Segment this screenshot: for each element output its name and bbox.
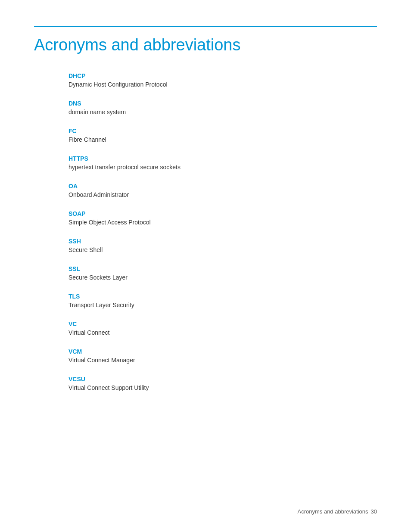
acronym-definition: Dynamic Host Configuration Protocol [68, 81, 377, 88]
acronym-term: FC [68, 128, 377, 134]
acronym-entry: HTTPShypertext transfer protocol secure … [68, 155, 377, 171]
acronym-term: VCM [68, 348, 377, 355]
acronym-entry: VCMVirtual Connect Manager [68, 348, 377, 364]
acronym-entry: SSLSecure Sockets Layer [68, 265, 377, 281]
acronym-term: DHCP [68, 72, 377, 79]
acronym-term: VC [68, 320, 377, 327]
acronym-term: SOAP [68, 210, 377, 217]
acronym-definition: Fibre Channel [68, 136, 377, 143]
acronym-entry: SSHSecure Shell [68, 238, 377, 253]
acronym-definition: Virtual Connect [68, 329, 377, 336]
acronym-entry: SOAPSimple Object Access Protocol [68, 210, 377, 226]
acronym-definition: Transport Layer Security [68, 302, 377, 308]
acronym-term: SSH [68, 238, 377, 245]
page-title: Acronyms and abbreviations [34, 35, 377, 55]
acronym-entry: DNSdomain name system [68, 100, 377, 115]
acronym-definition: Secure Shell [68, 246, 377, 253]
acronym-entry: VCSUVirtual Connect Support Utility [68, 376, 377, 391]
acronym-term: VCSU [68, 376, 377, 383]
acronym-term: SSL [68, 265, 377, 272]
acronym-entry: FCFibre Channel [68, 128, 377, 143]
acronym-entry: TLSTransport Layer Security [68, 293, 377, 308]
acronym-definition: domain name system [68, 109, 377, 115]
acronym-list: DHCPDynamic Host Configuration ProtocolD… [68, 72, 377, 391]
acronym-term: OA [68, 183, 377, 190]
acronym-term: DNS [68, 100, 377, 107]
footer-page-number: 30 [371, 508, 377, 515]
page-container: Acronyms and abbreviations DHCPDynamic H… [0, 0, 411, 438]
acronym-entry: OAOnboard Administrator [68, 183, 377, 198]
acronym-term: TLS [68, 293, 377, 300]
acronym-definition: hypertext transfer protocol secure socke… [68, 164, 377, 171]
footer-label: Acronyms and abbreviations [298, 508, 368, 515]
acronym-definition: Virtual Connect Support Utility [68, 384, 377, 391]
page-footer: Acronyms and abbreviations 30 [298, 508, 377, 515]
acronym-definition: Secure Sockets Layer [68, 274, 377, 281]
acronym-definition: Simple Object Access Protocol [68, 219, 377, 226]
top-border [34, 26, 377, 27]
acronym-entry: VCVirtual Connect [68, 320, 377, 336]
acronym-definition: Onboard Administrator [68, 191, 377, 198]
acronym-term: HTTPS [68, 155, 377, 162]
acronym-definition: Virtual Connect Manager [68, 357, 377, 364]
acronym-entry: DHCPDynamic Host Configuration Protocol [68, 72, 377, 88]
